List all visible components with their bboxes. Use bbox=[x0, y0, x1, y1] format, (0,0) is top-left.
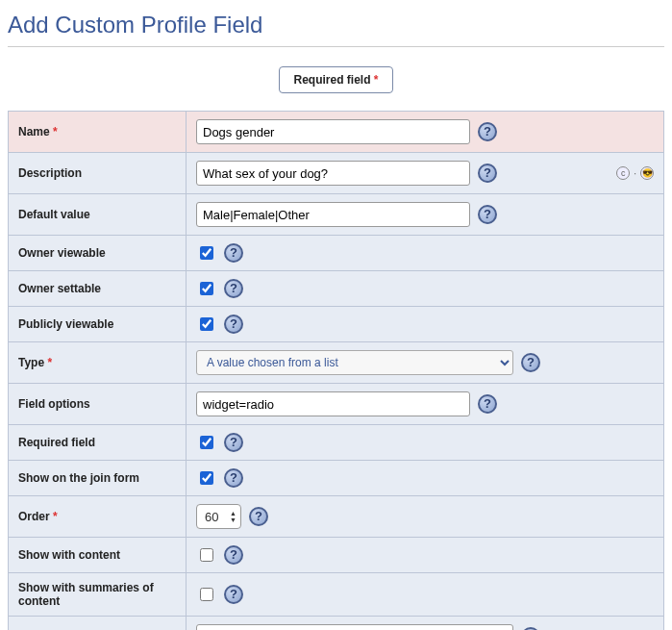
help-icon[interactable]: ? bbox=[224, 433, 243, 452]
label-description: Description bbox=[9, 153, 187, 194]
help-icon[interactable]: ? bbox=[224, 315, 243, 334]
label-name: Name * bbox=[9, 112, 187, 153]
show-summaries-checkbox[interactable] bbox=[200, 588, 213, 601]
label-field-options: Field options bbox=[9, 384, 187, 425]
show-content-checkbox[interactable] bbox=[200, 548, 213, 562]
label-owner-viewable: Owner viewable bbox=[9, 236, 187, 271]
divider bbox=[8, 46, 664, 47]
help-icon[interactable]: ? bbox=[224, 545, 243, 565]
owner-viewable-checkbox[interactable] bbox=[200, 246, 213, 260]
publicly-viewable-checkbox[interactable] bbox=[200, 317, 213, 331]
mini-icon-a[interactable]: c bbox=[616, 166, 630, 180]
side-icons: c · 😎 bbox=[616, 166, 654, 180]
required-field-badge: Required field * bbox=[279, 66, 392, 93]
type-select[interactable]: A value chosen from a list bbox=[196, 350, 513, 375]
help-icon[interactable]: ? bbox=[224, 468, 243, 488]
help-icon[interactable]: ? bbox=[478, 394, 497, 414]
help-icon[interactable]: ? bbox=[478, 164, 497, 183]
label-show-summaries: Show with summaries of content bbox=[9, 573, 187, 617]
help-icon[interactable]: ? bbox=[224, 279, 243, 298]
help-icon[interactable]: ? bbox=[478, 205, 497, 224]
help-icon[interactable]: ? bbox=[224, 585, 243, 604]
label-default-value: Default value bbox=[9, 194, 187, 236]
show-join-checkbox[interactable] bbox=[200, 471, 213, 485]
help-icon[interactable]: ? bbox=[249, 507, 268, 526]
mini-icon-b[interactable]: 😎 bbox=[640, 166, 654, 180]
label-show-join: Show on the join form bbox=[9, 461, 187, 496]
required-checkbox[interactable] bbox=[200, 436, 213, 449]
label-required: Required field bbox=[9, 425, 187, 461]
order-stepper[interactable]: 60 ▲▼ bbox=[196, 504, 241, 529]
page-title: Add Custom Profile Field bbox=[8, 12, 664, 38]
help-icon[interactable]: ? bbox=[478, 122, 497, 141]
help-icon[interactable]: ? bbox=[521, 353, 540, 372]
label-usergroup: Usergroup bbox=[9, 617, 187, 630]
label-publicly-viewable: Publicly viewable bbox=[9, 307, 187, 342]
field-options-input[interactable] bbox=[196, 391, 470, 416]
label-type: Type * bbox=[9, 342, 187, 384]
label-owner-settable: Owner settable bbox=[9, 271, 187, 307]
description-input[interactable] bbox=[196, 161, 470, 186]
usergroup-input[interactable] bbox=[196, 624, 513, 630]
owner-settable-checkbox[interactable] bbox=[200, 282, 213, 295]
stepper-arrows-icon[interactable]: ▲▼ bbox=[230, 510, 236, 523]
label-show-content: Show with content bbox=[9, 538, 187, 573]
label-order: Order * bbox=[9, 496, 187, 538]
form-table: Name * ? Description ? c · 😎 Default val… bbox=[8, 111, 664, 630]
name-input[interactable] bbox=[196, 119, 470, 144]
help-icon[interactable]: ? bbox=[224, 243, 243, 263]
default-value-input[interactable] bbox=[196, 202, 470, 227]
